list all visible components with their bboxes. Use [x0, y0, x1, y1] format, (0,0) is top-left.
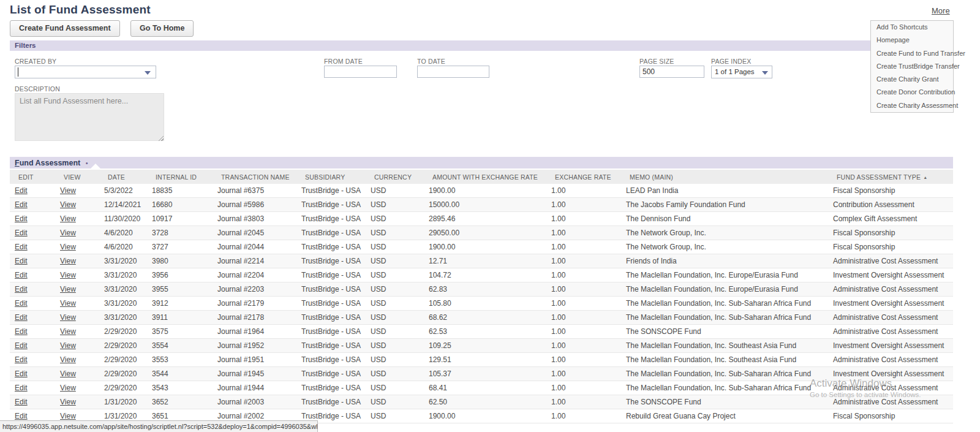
column-header-internal-id[interactable]: INTERNAL ID [147, 170, 213, 184]
column-header-memo-main-[interactable]: MEMO (MAIN) [621, 170, 828, 184]
go-to-home-button[interactable]: Go To Home [130, 20, 194, 37]
subsidiary-value: TrustBridge - USA [301, 186, 361, 195]
view-link[interactable]: View [60, 412, 76, 420]
view-link[interactable]: View [60, 398, 76, 406]
column-header-view[interactable]: VIEW [55, 170, 99, 184]
page-index-select[interactable]: 1 of 1 Pages [711, 66, 772, 78]
rate-value: 1.00 [551, 200, 565, 209]
column-header-label: SUBSIDIARY [305, 173, 345, 181]
menu-item-create-trustbridge-transfer[interactable]: Create TrustBridge Transfer [871, 60, 953, 73]
menu-item-create-charity-assessment[interactable]: Create Charity Assessment [871, 99, 953, 112]
view-link[interactable]: View [60, 214, 76, 223]
edit-link[interactable]: Edit [15, 369, 28, 378]
view-link[interactable]: View [60, 186, 76, 195]
view-link[interactable]: View [60, 369, 76, 378]
menu-item-create-fund-to-fund-transfer[interactable]: Create Fund to Fund Transfer [871, 47, 953, 60]
page-size-label: PAGE SIZE [639, 58, 674, 65]
amount-value: 62.83 [429, 285, 447, 294]
view-link[interactable]: View [60, 299, 76, 308]
edit-link[interactable]: Edit [15, 327, 28, 336]
edit-link[interactable]: Edit [15, 341, 28, 350]
menu-item-create-charity-grant[interactable]: Create Charity Grant [871, 73, 953, 86]
currency-value: USD [371, 285, 386, 294]
view-link[interactable]: View [60, 355, 76, 364]
to-date-input[interactable] [417, 66, 489, 78]
menu-item-create-donor-contribution[interactable]: Create Donor Contribution [871, 86, 953, 99]
chevron-down-icon[interactable] [145, 71, 151, 75]
edit-link[interactable]: Edit [15, 398, 28, 406]
edit-link[interactable]: Edit [15, 200, 28, 209]
date-value: 12/14/2021 [104, 200, 141, 209]
type-cell: Investment Oversight Assessment [828, 367, 953, 381]
view-cell: View [55, 282, 99, 296]
from-date-input[interactable] [324, 66, 397, 78]
edit-link[interactable]: Edit [15, 271, 28, 279]
internal_id-value: 18835 [152, 186, 172, 195]
view-link[interactable]: View [60, 384, 76, 392]
chevron-down-icon[interactable] [762, 71, 768, 75]
amount-value: 129.51 [429, 355, 451, 364]
currency-value: USD [371, 243, 386, 251]
view-link[interactable]: View [60, 229, 76, 237]
edit-link[interactable]: Edit [15, 214, 28, 223]
fund-assessment-tab[interactable]: Fund Assessment [10, 157, 80, 167]
more-link[interactable]: More [932, 6, 950, 15]
description-textarea[interactable]: List all Fund Assessment here... [15, 93, 164, 141]
edit-cell: Edit [10, 226, 55, 240]
view-link[interactable]: View [60, 285, 76, 294]
memo-value: The Maclellan Foundation, Inc. Europe/Eu… [626, 285, 798, 294]
date-value: 2/29/2020 [104, 341, 137, 350]
view-link[interactable]: View [60, 313, 76, 322]
edit-link[interactable]: Edit [15, 285, 28, 294]
column-header-amount-with-exchange-rate[interactable]: AMOUNT WITH EXCHANGE RATE [424, 170, 546, 184]
rate-value: 1.00 [551, 384, 565, 392]
edit-link[interactable]: Edit [15, 299, 28, 308]
column-header-currency[interactable]: CURRENCY [366, 170, 424, 184]
type-cell: Administrative Cost Assessment [828, 325, 953, 338]
edit-link[interactable]: Edit [15, 243, 28, 251]
edit-link[interactable]: Edit [15, 384, 28, 392]
view-link[interactable]: View [60, 341, 76, 350]
edit-link[interactable]: Edit [15, 313, 28, 322]
edit-link[interactable]: Edit [15, 257, 28, 265]
type-value: Investment Oversight Assessment [833, 271, 944, 279]
menu-item-homepage[interactable]: Homepage [871, 34, 953, 47]
amount-cell: 109.25 [424, 339, 546, 352]
date-value: 3/31/2020 [104, 285, 137, 294]
internal_id-value: 3980 [152, 257, 168, 265]
create-fund-assessment-button[interactable]: Create Fund Assessment [10, 20, 120, 37]
created-by-combobox[interactable] [15, 66, 156, 78]
column-header-edit[interactable]: EDIT [10, 170, 55, 184]
amount-cell: 62.53 [424, 325, 546, 338]
rate-value: 1.00 [551, 412, 565, 420]
column-header-subsidiary[interactable]: SUBSIDIARY [296, 170, 366, 184]
edit-link[interactable]: Edit [15, 229, 28, 237]
column-header-label: INTERNAL ID [156, 173, 197, 181]
currency-cell: USD [366, 297, 424, 310]
edit-link[interactable]: Edit [15, 186, 28, 195]
toolbar: Create Fund Assessment Go To Home [10, 20, 202, 37]
transaction-cell: Journal #6375 [213, 184, 296, 197]
edit-link[interactable]: Edit [15, 412, 28, 420]
type-value: Fiscal Sponsorship [833, 412, 895, 420]
column-header-exchange-rate[interactable]: EXCHANGE RATE [546, 170, 621, 184]
column-header-transaction-name[interactable]: TRANSACTION NAME [213, 170, 296, 184]
subsidiary-value: TrustBridge - USA [301, 412, 361, 420]
view-link[interactable]: View [60, 243, 76, 251]
column-header-date[interactable]: DATE [99, 170, 147, 184]
view-link[interactable]: View [60, 200, 76, 209]
view-link[interactable]: View [60, 327, 76, 336]
edit-link[interactable]: Edit [15, 355, 28, 364]
memo-cell: The Maclellan Foundation, Inc. Sub-Sahar… [621, 367, 828, 381]
column-header-fund-assessment-type[interactable]: FUND ASSESSMENT TYPE▲ [828, 170, 953, 184]
menu-item-add-to-shortcuts[interactable]: Add To Shortcuts [871, 21, 953, 34]
memo-value: The Maclellan Foundation, Inc. Southeast… [626, 341, 796, 350]
view-link[interactable]: View [60, 257, 76, 265]
page-size-input[interactable] [639, 66, 704, 78]
memo-value: The Maclellan Foundation, Inc. Europe/Eu… [626, 271, 798, 279]
currency-value: USD [371, 341, 386, 350]
date-cell: 3/31/2020 [99, 282, 147, 296]
view-link[interactable]: View [60, 271, 76, 279]
type-cell: Fiscal Sponsorship [828, 409, 953, 423]
transaction-value: Journal #1951 [217, 355, 264, 364]
